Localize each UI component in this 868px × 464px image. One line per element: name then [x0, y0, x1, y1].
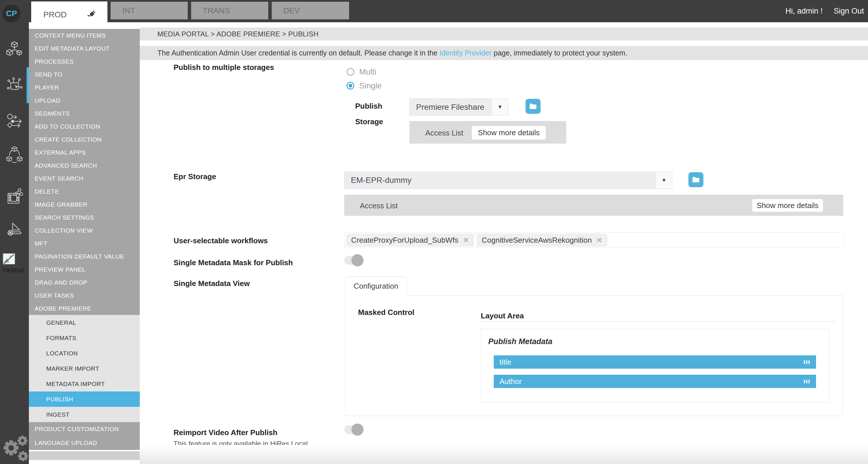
user-selectable-workflows-label: User-selectable workflows [174, 236, 268, 245]
sidebar-subitem-general[interactable]: GENERAL [29, 315, 140, 330]
access-list-label: Access List [425, 128, 463, 138]
sidebar-item-add-to-collection[interactable]: ADD TO COLLECTION [29, 120, 140, 133]
folder-icon [692, 176, 700, 183]
workflow-icon[interactable] [0, 113, 29, 129]
sidebar-item-drag-and-drop[interactable]: DRAG AND DROP [29, 276, 140, 289]
sidebar-item-user-tasks[interactable]: USER TASKS [29, 289, 140, 302]
sidebar-subitem-formats[interactable]: FORMATS [29, 330, 140, 346]
chevron-down-icon[interactable]: ▼ [656, 172, 672, 188]
sidebar-item-external-apps[interactable]: EXTERNAL APPS [29, 146, 140, 159]
sidebar-item-language-upload[interactable]: LANGUAGE UPLOAD [29, 436, 140, 450]
tab-dev[interactable]: DEV [272, 2, 349, 19]
workflows-input[interactable]: CreateProxyForUpload_SubWfs ✕ CognitiveS… [344, 232, 844, 248]
sidebar-item-image-grabber[interactable]: IMAGE GRABBER [29, 198, 140, 211]
app-logo[interactable]: CP [3, 5, 21, 23]
sidebar-item-send-to[interactable]: SEND TO [29, 68, 140, 81]
app-root: CP PROD INT TRANS DEV Hi, admin ! Sign O… [0, 0, 868, 464]
breadcrumb-bar: MEDIA PORTAL > ADOBE PREMIERE > PUBLISH [140, 27, 868, 40]
sidebar-subitem-ingest[interactable]: INGEST [29, 407, 140, 422]
collection-icon[interactable] [0, 146, 29, 163]
workflow-chip[interactable]: CreateProxyForUpload_SubWfs ✕ [346, 234, 474, 246]
sidebar-item-search-settings[interactable]: SEARCH SETTINGS [29, 211, 140, 224]
user-area: Hi, admin ! Sign Out [785, 0, 864, 22]
sidebar-item-processes[interactable]: PROCESSES [29, 55, 140, 68]
single-metadata-mask-label: Single Metadata Mask for Publish [174, 258, 293, 267]
sidebar-item-create-collection[interactable]: CREATE COLLECTION [29, 133, 140, 146]
sidebar-item-edit-metadata-layout[interactable]: EDIT METADATA LAYOUT [29, 42, 140, 55]
publish-storage-label-line2: Storage [355, 117, 383, 126]
reimport-video-label: Reimport Video After Publish [174, 428, 278, 437]
sidebar-subitem-publish[interactable]: PUBLISH [29, 392, 140, 407]
sidebar-item-pagination-default-value[interactable]: PAGINATION DEFAULT VALUE [29, 250, 140, 263]
epr-access-panel: Access List Show more details [344, 195, 843, 216]
sidebar-item-mft[interactable]: MFT [29, 237, 140, 250]
toggle-knob[interactable] [351, 254, 364, 266]
epr-storage-select[interactable]: EM-EPR-dummy ▼ [344, 172, 672, 189]
epr-storage-browse-button[interactable] [688, 172, 704, 187]
publish-storage-label-line1: Publish [355, 102, 382, 111]
radio-multi[interactable] [346, 68, 354, 76]
more-options-icon[interactable] [804, 360, 810, 364]
sidebar-item-delete[interactable]: DELETE [29, 185, 140, 198]
single-metadata-view-label: Single Metadata View [174, 279, 250, 288]
single-metadata-mask-toggle[interactable] [344, 256, 362, 265]
tab-configuration[interactable]: Configuration [345, 277, 407, 295]
settings-gears-icon[interactable] [0, 433, 29, 464]
sidebar-item-adobe-premiere[interactable]: ADOBE PREMIERE [29, 302, 140, 315]
sidebar-item-context-menu-items[interactable]: CONTEXT MENU ITEMS [29, 29, 140, 42]
metadata-field-title[interactable]: title [494, 355, 816, 369]
plug-icon [87, 8, 98, 21]
show-more-details-button[interactable]: Show more details [472, 126, 546, 140]
sidebar-partial-item [29, 451, 140, 460]
show-more-details-button[interactable]: Show more details [752, 199, 823, 212]
helmut-app[interactable]: Helmut [3, 253, 26, 274]
publish-storage-access-panel: Access List Show more details [409, 121, 566, 144]
apps-icon[interactable] [0, 77, 29, 94]
tab-int[interactable]: INT [111, 2, 188, 19]
more-options-icon[interactable] [804, 380, 810, 383]
remove-chip-icon[interactable]: ✕ [463, 236, 469, 244]
sidebar-item-upload[interactable]: UPLOAD [29, 94, 140, 107]
breadcrumb: MEDIA PORTAL > ADOBE PREMIERE > PUBLISH [140, 30, 318, 38]
tab-trans[interactable]: TRANS [191, 2, 268, 19]
radio-multi-label[interactable]: Multi [359, 67, 376, 77]
reimport-video-toggle[interactable] [344, 425, 362, 434]
metadata-field-author[interactable]: Author [494, 375, 816, 388]
editor-icon[interactable] [0, 188, 29, 206]
tab-prod-label: PROD [43, 10, 67, 19]
sidebar-subitem-metadata-import[interactable]: METADATA IMPORT [29, 376, 140, 392]
toggle-knob[interactable] [351, 424, 364, 436]
sidebar-item-player[interactable]: PLAYER [29, 81, 140, 94]
bottom-fade [140, 445, 868, 464]
sidebar-item-preview-panel[interactable]: PREVIEW PANEL [29, 263, 140, 276]
layout-area-label: Layout Area [481, 312, 524, 320]
masked-control-label: Masked Control [358, 308, 414, 317]
sign-out-link[interactable]: Sign Out [834, 7, 864, 16]
remove-chip-icon[interactable]: ✕ [596, 236, 602, 244]
sidebar-item-collection-view[interactable]: COLLECTION VIEW [29, 224, 140, 237]
modules-icon[interactable] [0, 40, 29, 57]
sidebar-item-event-search[interactable]: EVENT SEARCH [29, 172, 140, 185]
publish-metadata-label: Publish Metadata [488, 337, 552, 346]
warning-bar: The Authentication Admin User credential… [140, 46, 868, 60]
broken-image-icon [3, 253, 16, 265]
publish-storage-select[interactable]: Premiere Fileshare ▼ [409, 98, 508, 116]
chevron-down-icon[interactable]: ▼ [492, 99, 508, 115]
workflow-chip[interactable]: CognitiveServiceAwsRekognition ✕ [477, 234, 607, 246]
epr-storage-value: EM-EPR-dummy [344, 172, 656, 188]
sidebar-subitem-location[interactable]: LOCATION [29, 346, 140, 361]
sidebar-subitem-marker-import[interactable]: MARKER IMPORT [29, 361, 140, 376]
radio-single-label[interactable]: Single [359, 81, 382, 90]
publish-storage-browse-button[interactable] [526, 99, 540, 114]
sidebar-menu: CONTEXT MENU ITEMS EDIT METADATA LAYOUT … [29, 29, 140, 450]
access-list-label: Access List [360, 201, 398, 210]
radio-single[interactable] [346, 82, 354, 90]
player-icon[interactable] [0, 221, 29, 238]
helmut-label: Helmut [3, 266, 26, 274]
tab-prod[interactable]: PROD [31, 1, 107, 28]
sidebar-item-advanced-search[interactable]: ADVANCED SEARCH [29, 159, 140, 172]
sidebar-item-product-customization[interactable]: PRODUCT CUSTOMIZATION [29, 422, 140, 436]
sidebar-item-segments[interactable]: SEGMENTS [29, 107, 140, 120]
identity-provider-link[interactable]: Identity Provider [439, 49, 492, 57]
publish-storage-value: Premiere Fileshare [410, 99, 492, 115]
